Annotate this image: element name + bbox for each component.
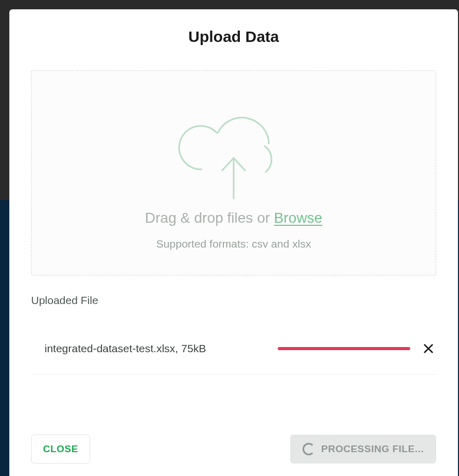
modal-title: Upload Data — [31, 28, 436, 46]
upload-progress-track — [278, 347, 410, 350]
dropzone-prompt: Drag & drop files or Browse — [145, 210, 322, 226]
dropzone-prompt-text: Drag & drop files or — [145, 210, 274, 226]
processing-button: PROCESSING FILE... — [290, 435, 436, 464]
cloud-upload-icon — [177, 102, 291, 200]
file-dropzone[interactable]: Drag & drop files or Browse Supported fo… — [31, 70, 436, 276]
remove-file-button[interactable] — [421, 341, 436, 356]
close-button[interactable]: CLOSE — [31, 435, 90, 464]
dropzone-supported-formats: Supported formats: csv and xlsx — [156, 238, 311, 250]
upload-progress-bar — [278, 347, 410, 350]
uploaded-file-row: integrated-dataset-test.xlsx, 75kB — [31, 337, 436, 374]
close-icon — [423, 343, 434, 354]
uploaded-file-label: Uploaded File — [31, 294, 436, 307]
upload-data-modal: Upload Data Drag & drop files or Browse … — [9, 9, 458, 476]
uploaded-file-name: integrated-dataset-test.xlsx, 75kB — [45, 342, 206, 355]
modal-footer: CLOSE PROCESSING FILE... — [31, 435, 436, 464]
browse-link[interactable]: Browse — [274, 210, 322, 226]
spinner-icon — [303, 443, 315, 455]
processing-label: PROCESSING FILE... — [321, 443, 424, 455]
